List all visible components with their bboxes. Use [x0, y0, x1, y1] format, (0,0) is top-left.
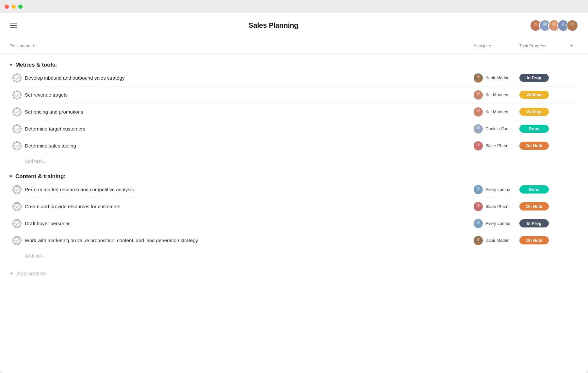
svg-point-35 [477, 237, 480, 241]
svg-point-7 [560, 27, 566, 31]
task-progress: Done [519, 185, 565, 194]
task-assignee: Blake Pham [474, 202, 519, 211]
section-content: Content & training: Perform market resea… [10, 173, 578, 260]
close-button[interactable] [5, 5, 9, 9]
page-title: Sales Planning [249, 21, 298, 30]
task-name: Determine target customers [25, 126, 85, 132]
svg-point-17 [477, 109, 480, 112]
task-assignee: Kat Mooney [474, 107, 519, 117]
table-row: Set pricing and promotions Kat Mooney Wa… [10, 103, 578, 120]
task-complete-checkbox[interactable] [12, 202, 22, 211]
svg-point-18 [475, 113, 481, 117]
task-name: Set revenue targets [25, 92, 68, 98]
task-progress: In Prog [519, 219, 565, 227]
task-progress: Waiting [519, 108, 565, 116]
avatar-user-5[interactable] [566, 20, 578, 31]
svg-point-11 [477, 75, 480, 78]
add-task-button[interactable]: Add task... [25, 253, 46, 258]
task-assignee: Kabir Madan [474, 236, 519, 245]
status-badge: Done [519, 185, 549, 194]
svg-point-27 [475, 191, 481, 194]
assignee-avatar [474, 90, 483, 100]
assignee-name: Avery Lomax [485, 187, 510, 192]
task-complete-checkbox[interactable] [12, 124, 22, 133]
table-row: Create and provide resources for custome… [10, 198, 578, 215]
minimize-button[interactable] [11, 5, 16, 9]
add-section-button[interactable]: + Add section [10, 270, 578, 277]
svg-point-24 [475, 147, 481, 150]
assignee-avatar [474, 202, 483, 211]
task-name: Draft buyer personas [25, 221, 71, 226]
assignee-avatar [474, 141, 483, 150]
table-row: Work with marketing on value proposition… [10, 232, 578, 249]
task-progress: In Prog [519, 74, 565, 82]
table-row: Determine target customers Daniela Var..… [10, 120, 578, 137]
svg-point-4 [552, 22, 556, 26]
assignee-name: Kat Mooney [485, 109, 508, 114]
svg-point-12 [475, 79, 481, 83]
task-name-sort-icon [32, 45, 35, 47]
assignee-avatar [474, 107, 483, 117]
task-assignee: Kat Mooney [474, 90, 519, 100]
title-bar [0, 0, 588, 13]
task-complete-checkbox[interactable] [12, 236, 22, 245]
add-task-button[interactable]: Add task... [25, 159, 46, 164]
assignee-avatar [474, 73, 483, 83]
section-metrics-header[interactable]: Metrics & tools: [10, 62, 578, 68]
add-task-row: Add task... [10, 154, 578, 165]
svg-point-8 [570, 22, 574, 26]
assignee-avatar [474, 185, 483, 194]
svg-point-36 [475, 242, 481, 245]
svg-point-10 [14, 74, 20, 81]
assignee-name: Kabir Madan [485, 75, 510, 80]
maximize-button[interactable] [18, 5, 23, 9]
column-header-assignee: Assignee [474, 43, 519, 48]
assignee-name: Avery Lomax [485, 221, 510, 226]
table-row: Develop inbound and outbound sales strat… [10, 70, 578, 86]
task-assignee: Daniela Var... [474, 124, 519, 133]
svg-point-30 [475, 208, 481, 211]
task-complete-checkbox[interactable] [12, 219, 22, 228]
column-header-task-name[interactable]: Task name [10, 43, 474, 48]
status-badge: Waiting [519, 108, 549, 116]
svg-point-20 [477, 126, 480, 129]
svg-point-34 [14, 237, 20, 243]
add-task-row: Add task... [10, 249, 578, 260]
assignee-name: Blake Pham [485, 204, 508, 209]
task-assignee: Blake Pham [474, 141, 519, 150]
hamburger-menu-button[interactable] [10, 23, 17, 28]
column-header-task-progress: Task Progress [519, 43, 565, 48]
svg-point-23 [477, 143, 480, 146]
assignee-avatar [474, 219, 483, 228]
task-progress: Waiting [519, 91, 565, 99]
section-metrics: Metrics & tools: Develop inbound and out… [10, 62, 578, 165]
app-window: Sales Planning Task name Assignee [0, 0, 588, 373]
main-content: Metrics & tools: Develop inbound and out… [0, 62, 588, 287]
task-complete-checkbox[interactable] [12, 107, 22, 117]
task-name: Determine sales tooling [25, 143, 76, 148]
assignee-avatar [474, 236, 483, 245]
assignee-name: Kat Mooney [485, 92, 508, 97]
task-complete-checkbox[interactable] [12, 73, 22, 83]
add-column-button[interactable]: + [565, 42, 578, 49]
task-complete-checkbox[interactable] [12, 185, 22, 194]
svg-point-29 [477, 203, 480, 207]
assignee-name: Blake Pham [485, 143, 508, 148]
user-avatar-group [530, 20, 578, 31]
section-content-header[interactable]: Content & training: [10, 173, 578, 180]
svg-point-31 [14, 220, 20, 226]
task-progress: Done [519, 125, 565, 133]
app-header: Sales Planning [0, 13, 588, 38]
assignee-avatar [474, 124, 483, 133]
svg-point-6 [561, 22, 565, 26]
task-assignee: Kabir Madan [474, 73, 519, 83]
section-metrics-chevron [9, 64, 13, 66]
assignee-name: Kabir Madan [485, 238, 510, 243]
svg-point-21 [475, 130, 481, 133]
task-name: Develop inbound and outbound sales strat… [25, 75, 124, 81]
status-badge: In Prog [519, 74, 549, 82]
svg-point-28 [14, 203, 20, 210]
task-complete-checkbox[interactable] [12, 141, 22, 150]
task-complete-checkbox[interactable] [12, 90, 22, 100]
table-row: Draft buyer personas Avery Lomax In Prog [10, 215, 578, 232]
